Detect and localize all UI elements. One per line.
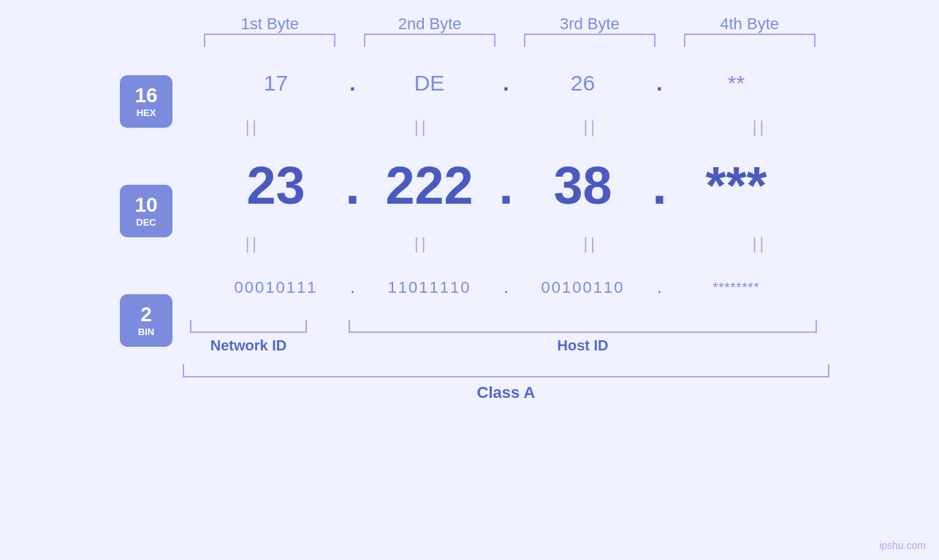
bin-row: 00010111 . 11011110 . 00100110 . *******… <box>183 258 829 317</box>
dec-cell-4: *** <box>671 156 802 215</box>
eq-2-1: || <box>186 234 318 253</box>
bin-val-3: 00100110 <box>541 278 625 296</box>
eq-2-3: || <box>525 234 656 253</box>
bin-badge: 2 BIN <box>120 294 172 347</box>
bin-cell-2: 11011110 <box>364 278 495 297</box>
hex-val-4: ** <box>728 71 745 95</box>
host-id-area: Host ID <box>336 320 829 354</box>
byte-header-2: 2nd Byte <box>364 15 495 34</box>
bracket-top-4 <box>684 34 816 47</box>
bracket-top-2 <box>364 34 495 47</box>
main-container: 1st Byte 2nd Byte 3rd Byte 4th Byte 16 H… <box>0 0 939 560</box>
hex-val-1: 17 <box>264 71 288 95</box>
bottom-labels-area: Network ID Host ID <box>183 320 829 354</box>
dec-val-1: 23 <box>246 156 305 215</box>
dec-val-4: *** <box>705 156 767 215</box>
equals-row-1: || || || || <box>183 112 829 142</box>
dec-val-2: 222 <box>385 156 473 215</box>
main-area: 16 HEX 10 DEC 2 BIN 17 . DE <box>110 54 829 545</box>
class-area: Class A <box>183 364 829 402</box>
eq-2-2: || <box>356 234 487 253</box>
hex-cell-4: ** <box>671 71 802 96</box>
hex-val-3: 26 <box>571 71 595 95</box>
bin-dot-2: . <box>495 280 517 296</box>
network-bracket <box>190 320 307 333</box>
byte-header-1: 1st Byte <box>204 15 335 34</box>
bin-cell-3: 00100110 <box>517 278 649 297</box>
dec-cell-2: 222 <box>364 156 495 215</box>
dec-badge-num: 10 <box>134 194 157 217</box>
bin-dot-3: . <box>649 280 671 296</box>
class-bracket <box>183 364 829 377</box>
dec-row: 23 . 222 . 38 . *** <box>183 142 829 229</box>
hex-badge-label: HEX <box>137 107 156 118</box>
byte-header-4: 4th Byte <box>684 15 816 34</box>
hex-cell-2: DE <box>364 71 495 96</box>
dec-dot-1: . <box>342 159 364 212</box>
dec-cell-3: 38 <box>517 156 649 215</box>
byte-headers-row: 1st Byte 2nd Byte 3rd Byte 4th Byte <box>110 15 829 34</box>
hex-dot-1: . <box>342 72 364 94</box>
bin-val-1: 00010111 <box>235 278 318 296</box>
dec-dot-3: . <box>649 159 671 212</box>
network-id-area: Network ID <box>183 320 314 354</box>
equals-row-2: || || || || <box>183 229 829 258</box>
bin-cell-4: ******** <box>671 280 802 296</box>
eq-1-3: || <box>525 118 656 137</box>
hex-dot-3: . <box>649 72 671 94</box>
top-brackets-row <box>110 34 829 47</box>
host-id-label: Host ID <box>558 337 609 354</box>
hex-badge-num: 16 <box>134 85 157 107</box>
bin-badge-num: 2 <box>140 304 152 326</box>
hex-badge: 16 HEX <box>120 75 172 128</box>
bracket-top-1 <box>204 34 335 47</box>
eq-1-2: || <box>356 118 487 137</box>
eq-2-4: || <box>694 234 826 253</box>
dec-badge: 10 DEC <box>120 185 172 237</box>
data-area: 17 . DE . 26 . ** || || <box>183 54 829 402</box>
eq-1-4: || <box>694 118 826 137</box>
bin-val-4: ******** <box>712 280 759 295</box>
watermark: ipshu.com <box>879 540 926 551</box>
hex-val-2: DE <box>414 71 445 95</box>
class-label: Class A <box>477 383 536 402</box>
bin-val-2: 11011110 <box>388 278 471 296</box>
hex-dot-2: . <box>495 72 517 94</box>
dec-val-3: 38 <box>553 156 612 215</box>
bin-cell-1: 00010111 <box>210 278 342 297</box>
host-bracket <box>349 320 817 333</box>
hex-row: 17 . DE . 26 . ** <box>183 54 829 112</box>
hex-cell-1: 17 <box>210 71 342 96</box>
eq-1-1: || <box>186 118 318 137</box>
bracket-top-3 <box>524 34 655 47</box>
bin-badge-label: BIN <box>138 326 154 337</box>
dec-cell-1: 23 <box>210 156 342 215</box>
network-id-label: Network ID <box>210 337 286 354</box>
badges-column: 16 HEX 10 DEC 2 BIN <box>110 54 183 361</box>
hex-cell-3: 26 <box>517 71 649 96</box>
bin-dot-1: . <box>342 280 364 296</box>
byte-header-3: 3rd Byte <box>524 15 655 34</box>
dec-badge-label: DEC <box>136 217 156 228</box>
dec-dot-2: . <box>495 159 517 212</box>
